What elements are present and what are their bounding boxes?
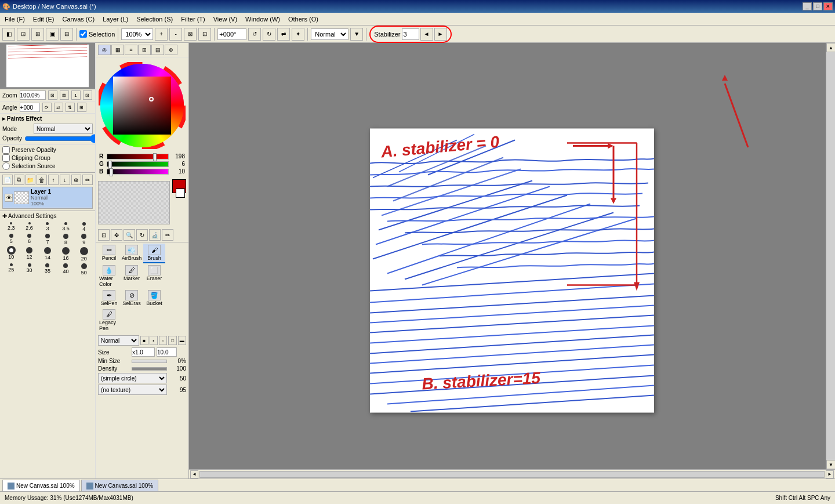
selection-source-radio[interactable] [2,162,10,170]
watercolor-tab[interactable]: 💧 Water Color [98,264,120,288]
pencil-tab[interactable]: ✏ Pencil [98,244,120,263]
color-wheel-btn[interactable]: ◎ [98,45,111,55]
dot-30[interactable]: 30 [20,263,38,276]
toolbar-btn-3[interactable]: ⊞ [31,28,44,41]
shape-select[interactable]: (simple circle) [98,373,167,383]
g-slider-track[interactable] [107,161,169,167]
menu-window[interactable]: Window (W) [242,14,284,24]
layer-paint-btn[interactable]: ✏ [82,175,93,185]
move-tool[interactable]: ✥ [111,229,122,241]
canvas-tab-2[interactable]: New Canvas.sai 100% [81,480,159,491]
angle-input[interactable] [20,103,40,112]
rotate-left-btn[interactable]: ↺ [248,28,261,41]
maximize-button[interactable]: □ [813,2,822,10]
brush-mode-btn2[interactable]: ▪ [150,336,158,345]
layer-folder-btn[interactable]: 📁 [26,175,36,185]
layer-item[interactable]: 👁 Layer 1 Normal 100% [3,187,92,208]
close-button[interactable]: ✕ [823,2,833,10]
zoom-reset-btn[interactable]: ⊡ [48,90,57,100]
color-rgb-btn[interactable]: ▦ [111,45,124,55]
color-hsv-btn[interactable]: ≡ [125,45,137,55]
color-wheel-container[interactable] [99,62,186,149]
pencil-tool[interactable]: ✏ [162,229,173,241]
dot-6[interactable]: 6 [20,233,38,246]
dot-10[interactable]: 10 [2,246,20,262]
new-layer-btn[interactable]: 📄 [2,175,13,185]
scroll-up-btn[interactable]: ▲ [826,43,835,52]
zoom-select[interactable]: 100% [121,28,153,40]
horizontal-scrollbar[interactable] [199,471,825,478]
g-slider-thumb[interactable] [108,161,112,169]
menu-filter[interactable]: Filter (T) [177,14,209,24]
delete-layer-btn[interactable]: 🗑 [37,175,47,185]
opacity-slider[interactable] [24,136,96,142]
dot-14[interactable]: 14 [39,246,56,262]
toolbar-btn-5[interactable]: ⊟ [60,28,73,41]
scroll-track-right[interactable] [826,52,835,460]
flip-btn[interactable]: ⇄ [277,28,290,41]
zoom-100-btn[interactable]: 1 [71,90,81,100]
dot-35[interactable]: 35 [39,263,56,276]
r-slider-track[interactable] [107,154,169,159]
zoom-input[interactable] [20,90,46,100]
stabilizer-up-btn[interactable]: ► [434,28,447,41]
angle-extra-btn[interactable]: ⊞ [77,103,86,112]
brush-mode-btn4[interactable]: □ [168,336,176,345]
seleras-tab[interactable]: ⊘ SelEras [121,289,143,307]
brush-mode-btn1[interactable]: ■ [140,336,148,345]
bucket-tab[interactable]: 🪣 Bucket [143,289,165,307]
zoom-full-btn[interactable]: ⊡ [198,28,211,41]
selpen-tab[interactable]: ✒ SelPen [98,289,120,307]
zoom-full-small-btn[interactable]: ⊡ [83,90,92,100]
zoom-in-btn[interactable]: + [155,28,168,41]
brush-mode-select[interactable]: Normal [98,335,139,346]
zoom-fit-btn[interactable]: ⊠ [184,28,197,41]
toolbar-btn-2[interactable]: ⊡ [17,28,30,41]
texture-select[interactable]: (no texture) [98,385,167,395]
dot-8[interactable]: 8 [57,233,74,246]
toolbar-btn-4[interactable]: ▣ [46,28,59,41]
brush-tab-main[interactable]: 🖌 Brush [143,244,165,263]
dot-25[interactable]: 25 [2,263,20,276]
color-square[interactable] [113,77,171,135]
angle-reset-btn[interactable]: ⟳ [42,103,52,112]
eraser-tab[interactable]: ⬜ Eraser [143,264,165,288]
layer-merge-btn[interactable]: ⊕ [71,175,82,185]
minimize-button[interactable]: _ [803,2,812,10]
rotation-input[interactable] [217,28,246,40]
r-slider-thumb[interactable] [153,153,157,161]
clipping-group-checkbox[interactable] [2,154,10,162]
dot-40[interactable]: 40 [57,263,74,276]
dot-4[interactable]: 4 [75,222,93,233]
legacypen-tab[interactable]: 🖋 Legacy Pen [98,308,120,332]
flip-horiz-btn[interactable]: ⇄ [54,103,63,112]
blend-mode-select[interactable]: Normal [311,28,348,40]
menu-layer[interactable]: Layer (L) [99,14,132,24]
dot-3.5[interactable]: 3.5 [57,222,74,233]
dot-9[interactable]: 9 [75,233,93,246]
dot-3[interactable]: 3 [39,222,56,233]
dot-20[interactable]: 20 [75,246,93,262]
b-slider-track[interactable] [107,169,169,175]
menu-view[interactable]: View (V) [210,14,241,24]
rotate-reset-btn[interactable]: ✦ [292,28,304,41]
zoom-fit-small-btn[interactable]: ⊠ [60,90,69,100]
dot-2.3[interactable]: 2.3 [2,222,20,233]
stabilizer-input[interactable] [402,28,419,40]
density-bar[interactable] [132,367,167,371]
color-extra-btn[interactable]: ⊕ [165,45,177,55]
scroll-down-btn[interactable]: ▼ [826,460,835,469]
b-slider-thumb[interactable] [110,168,113,176]
canvas-tab-1[interactable]: New Canvas.sai 100% [2,480,80,491]
toolbar-btn-1[interactable]: ◧ [2,28,15,41]
scroll-left-btn[interactable]: ◄ [190,470,198,478]
stabilizer-down-btn[interactable]: ◄ [420,28,433,41]
background-color[interactable] [176,188,185,198]
airbrush-tab[interactable]: 💨 AirBrush [121,244,143,263]
dot-7[interactable]: 7 [39,233,56,246]
dot-12[interactable]: 12 [20,246,38,262]
color-palette-btn[interactable]: ▤ [151,45,164,55]
layer-visibility-icon[interactable]: 👁 [5,194,13,202]
rotate-right-btn[interactable]: ↻ [263,28,275,41]
scroll-right-btn[interactable]: ► [826,470,834,478]
